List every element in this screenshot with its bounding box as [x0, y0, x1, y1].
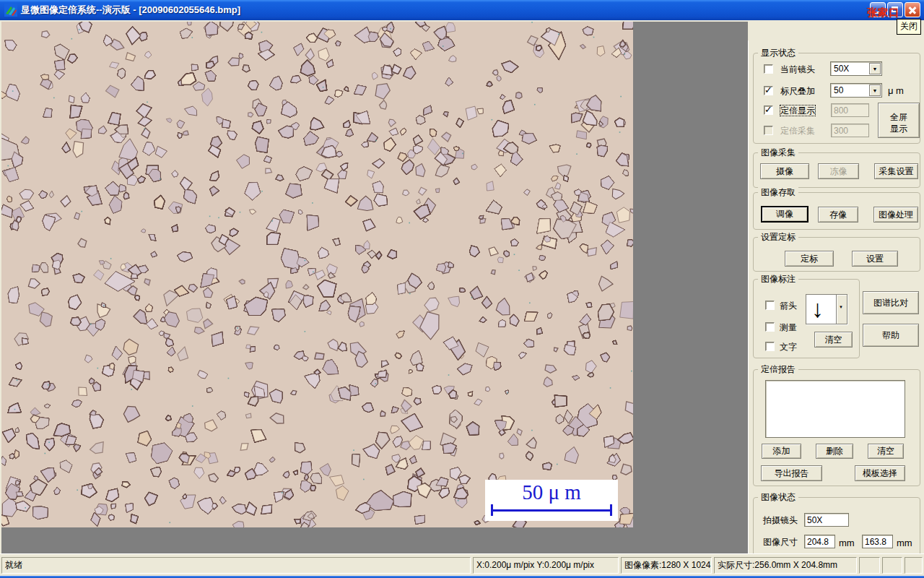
- measure-checkbox[interactable]: [765, 322, 775, 332]
- help-button[interactable]: 帮助: [863, 324, 919, 347]
- group-title: 设置定标: [758, 232, 798, 243]
- save-image-button[interactable]: 存像: [818, 207, 858, 223]
- arrow-label: 箭头: [780, 301, 797, 311]
- group-storage: 图像存取 调像 存像 图像处理: [753, 192, 920, 230]
- fixed-display-checkbox[interactable]: [764, 105, 773, 115]
- arrow-checkbox[interactable]: [765, 301, 775, 310]
- settings-button[interactable]: 设置: [852, 251, 898, 267]
- fixed-capture-input: 300: [831, 124, 869, 137]
- watermark-text: 张家口: [867, 7, 899, 20]
- group-title: 定倍报告: [758, 364, 798, 375]
- capture-button[interactable]: 摄像: [760, 163, 809, 179]
- scale-bar-label: 50 μ m: [485, 480, 618, 504]
- chevron-down-icon[interactable]: ▼: [869, 63, 881, 74]
- width-value-field: 204.8: [804, 535, 835, 548]
- chevron-down-icon[interactable]: [836, 295, 847, 324]
- atlas-compare-button[interactable]: 图谱比对: [863, 291, 919, 314]
- ruler-value-combo[interactable]: 50 ▼: [830, 83, 882, 98]
- status-pixel-scale: X:0.200μ m/pix Y:0.200μ m/pix: [473, 557, 619, 574]
- control-panel: 显示状态 当前镜头 50X ▼ 标尺叠加 50 ▼ μ m 定倍显示 800 定…: [748, 40, 924, 574]
- status-image-pixels: 图像像素:1280 X 1024: [621, 557, 712, 574]
- status-empty-cell: [882, 557, 902, 574]
- status-bar: 就绪 X:0.200μ m/pix Y:0.200μ m/pix 图像像素:12…: [0, 553, 924, 576]
- image-process-button[interactable]: 图像处理: [873, 207, 918, 223]
- text-label: 文字: [780, 342, 797, 352]
- down-arrow-icon: ↓: [811, 293, 824, 324]
- export-report-button[interactable]: 导出报告: [761, 465, 822, 481]
- close-tooltip: 关闭: [897, 19, 921, 35]
- fixed-capture-checkbox: [764, 126, 773, 135]
- image-viewer-area: 50 μ m: [1, 22, 748, 553]
- ruler-overlay-checkbox[interactable]: [764, 86, 773, 95]
- width-unit-label: mm: [839, 538, 855, 548]
- group-report: 定倍报告 添加 删除 清空 导出报告 模板选择: [753, 369, 920, 486]
- freeze-button: 冻像: [818, 163, 859, 179]
- height-value-field: 163.8: [862, 535, 893, 548]
- size-label: 图像尺寸: [763, 537, 798, 547]
- title-bar: 显微图像定倍系统--演示版 - [20090602055646.bmp]: [0, 0, 924, 20]
- text-checkbox[interactable]: [765, 342, 775, 351]
- load-image-button[interactable]: 调像: [761, 206, 808, 223]
- chevron-down-icon[interactable]: ▼: [869, 85, 881, 96]
- group-annotation: 图像标注 箭头 测量 文字 ↓ 清空: [753, 279, 860, 358]
- arrow-style-combo[interactable]: ↓: [806, 294, 847, 324]
- app-window: { "window": { "title": "显微图像定倍系统--演示版 - …: [0, 0, 924, 578]
- report-listbox[interactable]: [765, 380, 905, 438]
- report-add-button[interactable]: 添加: [762, 444, 801, 459]
- group-image-status: 图像状态 拍摄镜头 50X 图像尺寸 204.8 mm 163.8 mm: [753, 497, 920, 556]
- status-empty-cell: [905, 557, 923, 574]
- group-capture: 图像采集 摄像 冻像 采集设置: [753, 152, 920, 188]
- scale-bar-line: [491, 509, 612, 512]
- group-title: 图像采集: [758, 147, 798, 158]
- ruler-unit-label: μ m: [888, 85, 904, 96]
- calibrate-button[interactable]: 定标: [785, 251, 834, 267]
- micrograph-canvas: [1, 22, 633, 527]
- group-title: 图像存取: [758, 187, 798, 198]
- window-title: 显微图像定倍系统--演示版 - [20090602055646.bmp]: [21, 4, 240, 17]
- current-lens-combo[interactable]: 50X ▼: [830, 61, 882, 76]
- capture-settings-button[interactable]: 采集设置: [874, 163, 918, 179]
- current-lens-label: 当前镜头: [780, 64, 815, 74]
- annotation-clear-button[interactable]: 清空: [814, 332, 853, 348]
- group-calibration: 设置定标 定标 设置: [753, 237, 920, 272]
- close-button[interactable]: [905, 2, 920, 17]
- fixed-display-label: 定倍显示: [780, 105, 815, 116]
- template-select-button[interactable]: 模板选择: [855, 465, 905, 481]
- group-title: 显示状态: [758, 48, 798, 59]
- measure-label: 测量: [780, 322, 797, 332]
- client-area: 50 μ m 显示状态 当前镜头 50X ▼ 标尺叠加 50 ▼ μ m: [0, 20, 924, 553]
- group-display-status: 显示状态 当前镜头 50X ▼ 标尺叠加 50 ▼ μ m 定倍显示 800 定…: [753, 53, 920, 144]
- report-clear-button[interactable]: 清空: [868, 444, 904, 459]
- ruler-overlay-label: 标尺叠加: [780, 86, 815, 96]
- status-ready: 就绪: [1, 557, 471, 574]
- app-icon: [4, 4, 17, 17]
- status-actual-size: 实际尺寸:256.0mm X 204.8mm: [714, 557, 857, 574]
- group-title: 图像标注: [758, 274, 798, 285]
- fixed-display-input: 800: [831, 103, 869, 117]
- status-empty-cell: [859, 557, 880, 574]
- fullscreen-button[interactable]: 全屏显示: [878, 103, 920, 138]
- lens-value-field: 50X: [804, 513, 849, 527]
- scale-bar-overlay: 50 μ m: [485, 480, 618, 521]
- report-delete-button[interactable]: 删除: [816, 444, 853, 459]
- fixed-capture-label: 定倍采集: [780, 126, 815, 136]
- lens-label: 拍摄镜头: [763, 515, 798, 525]
- height-unit-label: mm: [897, 538, 912, 548]
- group-title: 图像状态: [758, 492, 798, 503]
- micrograph-image[interactable]: 50 μ m: [1, 22, 633, 527]
- current-lens-checkbox[interactable]: [764, 64, 773, 74]
